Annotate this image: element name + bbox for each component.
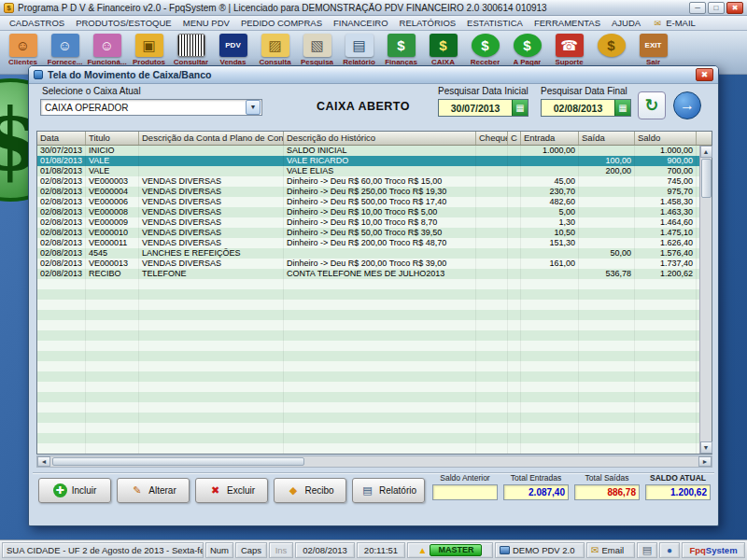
menu-item-pedido-compras[interactable]: PEDIDO COMPRAS: [235, 17, 328, 29]
cell-cheque: [476, 310, 508, 320]
toolbar-item-produtos[interactable]: ▣Produtos: [128, 33, 170, 66]
close-button[interactable]: ✖: [726, 2, 743, 14]
status-email-label: Email: [601, 545, 624, 555]
menu-item-relat-rios[interactable]: RELATÓRIOS: [394, 17, 462, 29]
table-row[interactable]: 02/08/2013VE000008VENDAS DIVERSASDinheir…: [37, 207, 699, 217]
toolbar-item-receber[interactable]: $Receber: [464, 33, 506, 66]
scroll-down-icon[interactable]: ▼: [700, 441, 712, 454]
status-network[interactable]: ●: [659, 542, 680, 558]
status-printer[interactable]: ▤: [637, 542, 657, 558]
menu-item-label: E-MAIL: [666, 18, 696, 28]
window-close-button[interactable]: ✖: [696, 68, 713, 81]
scroll-up-icon[interactable]: ▲: [700, 146, 712, 158]
cell-saida: [579, 371, 635, 382]
caixa-select[interactable]: CAIXA OPERADOR ▼: [40, 99, 262, 116]
toolbar-item-consultar[interactable]: Consultar: [170, 33, 212, 66]
cell-cheque: [476, 361, 508, 371]
table-row[interactable]: 02/08/2013RECIBOTELEFONECONTA TELEFONE M…: [37, 269, 699, 279]
cell-saida: [579, 382, 635, 392]
next-arrow-button[interactable]: →: [673, 91, 701, 119]
toolbar-item-clientes[interactable]: ☺Clientes: [2, 33, 44, 66]
toolbar-item-sair[interactable]: EXITSair: [632, 33, 674, 66]
relat-rio-button[interactable]: ▤Relatório: [352, 478, 425, 503]
cell-entrada: [521, 392, 579, 402]
table-row-empty: [37, 361, 699, 371]
toolbar-item-coins-icon[interactable]: $: [590, 33, 632, 57]
toolbar-item-consulta[interactable]: ▨Consulta: [254, 33, 296, 66]
toolbar-item-finan-as[interactable]: $Finanças: [380, 33, 422, 66]
cell-saldo: 1.737,40: [635, 259, 697, 269]
vertical-scroll-thumb[interactable]: [701, 159, 712, 198]
alterar-button[interactable]: ✎Alterar: [117, 478, 190, 503]
cell-historico: [284, 433, 476, 443]
cell-data: 30/07/2013: [37, 146, 86, 156]
cell-entrada: [521, 402, 579, 413]
horizontal-scroll-thumb[interactable]: [52, 457, 304, 466]
status-email[interactable]: ✉ Email: [586, 542, 635, 558]
menu-item-estatistica[interactable]: ESTATISTICA: [461, 17, 529, 29]
cell-saida: [579, 402, 635, 413]
calendar-icon[interactable]: ▦: [512, 100, 528, 116]
date-start-input[interactable]: 30/07/2013 ▦: [438, 99, 529, 117]
column-header-titulo: Titulo: [86, 132, 139, 145]
cell-conta: VENDAS DIVERSAS: [139, 259, 284, 269]
toolbar-item-pesquisa[interactable]: ▧Pesquisa: [296, 33, 338, 66]
cell-data: 02/08/2013: [37, 217, 86, 228]
toolbar-item-relat-rio[interactable]: ▤Relatório: [338, 33, 380, 66]
button-label: Incluir: [72, 485, 97, 496]
scroll-left-icon[interactable]: ◄: [37, 456, 50, 467]
menu-item-ajuda[interactable]: AJUDA: [606, 17, 646, 29]
scroll-right-icon[interactable]: ►: [698, 456, 712, 467]
cell-saida: [579, 330, 635, 341]
maximize-button[interactable]: □: [708, 2, 725, 14]
table-vertical-scrollbar[interactable]: ▲ ▼: [699, 146, 712, 454]
table-row-empty: [37, 300, 699, 310]
cell-titulo: VE000010: [86, 228, 139, 238]
cell-c: [508, 382, 521, 392]
cell-saldo: [635, 402, 697, 413]
toolbar-item-caixa[interactable]: $CAIXA: [422, 33, 464, 66]
minimize-button[interactable]: ─: [689, 2, 706, 14]
cell-saldo: 1.458,30: [635, 197, 697, 207]
menu-item-cadastros[interactable]: CADASTROS: [4, 17, 70, 29]
table-row-empty: [37, 279, 699, 289]
table-row[interactable]: 01/08/2013VALEVALE RICARDO100,00900,00: [37, 156, 699, 166]
toolbar-item-suporte[interactable]: ☎Suporte: [548, 33, 590, 66]
toolbar-item-vendas[interactable]: PDVVendas: [212, 33, 254, 66]
cell-saldo: 1.000,00: [635, 146, 697, 156]
incluir-button[interactable]: ✚Incluir: [38, 478, 111, 503]
cell-titulo: 4545: [86, 248, 139, 259]
refresh-button[interactable]: ↻: [638, 91, 666, 119]
menu-item-menu-pdv[interactable]: MENU PDV: [177, 17, 235, 29]
coins-icon: $: [598, 34, 626, 57]
cell-conta: [139, 279, 284, 289]
excluir-button[interactable]: ✖Excluir: [195, 478, 268, 503]
toolbar-item-a-pagar[interactable]: $A Pagar: [506, 33, 548, 66]
table-horizontal-scrollbar[interactable]: ◄ ►: [36, 455, 712, 468]
menu-item-ferramentas[interactable]: FERRAMENTAS: [529, 17, 606, 29]
chevron-down-icon[interactable]: ▼: [246, 100, 261, 115]
barcode-icon: [177, 34, 205, 57]
menu-item-financeiro[interactable]: FINANCEIRO: [328, 17, 394, 29]
table-row[interactable]: 02/08/2013VE000003VENDAS DIVERSASDinheir…: [37, 176, 699, 187]
table-row[interactable]: 02/08/2013VE000009VENDAS DIVERSASDinheir…: [37, 217, 699, 228]
calendar-icon[interactable]: ▦: [614, 100, 630, 116]
toolbar-item-fornece[interactable]: ☺Fornece...: [44, 33, 86, 66]
menu-item-e-mail[interactable]: ✉E-MAIL: [646, 17, 701, 29]
cell-historico: [284, 423, 476, 433]
table-row[interactable]: 02/08/2013VE000013VENDAS DIVERSASDinheir…: [37, 259, 699, 269]
table-row[interactable]: 02/08/2013VE000011VENDAS DIVERSASDinheir…: [37, 238, 699, 248]
table-row[interactable]: 01/08/2013VALEVALE ELIAS200,00700,00: [37, 166, 699, 176]
table-row[interactable]: 30/07/2013INICIOSALDO INICIAL1.000,001.0…: [37, 146, 699, 156]
table-row[interactable]: 02/08/2013VE000004VENDAS DIVERSASDinheir…: [37, 187, 699, 197]
date-end-input[interactable]: 02/08/2013 ▦: [541, 99, 631, 117]
table-row[interactable]: 02/08/20134545LANCHES E REFEIÇÕES50,001.…: [37, 248, 699, 259]
toolbar-item-funcion[interactable]: ☺Funcioná...: [86, 33, 128, 66]
cell-saldo: 1.463,30: [635, 207, 697, 217]
cell-cheque: [476, 279, 508, 289]
window-titlebar: Tela do Movimento de Caixa/Banco ✖: [29, 66, 718, 84]
table-row[interactable]: 02/08/2013VE000006VENDAS DIVERSASDinheir…: [37, 197, 699, 207]
recibo-button[interactable]: ◆Recibo: [274, 478, 346, 503]
menu-item-produtos-estoque[interactable]: PRODUTOS/ESTOQUE: [70, 17, 177, 29]
table-row[interactable]: 02/08/2013VE000010VENDAS DIVERSASDinheir…: [37, 228, 699, 238]
